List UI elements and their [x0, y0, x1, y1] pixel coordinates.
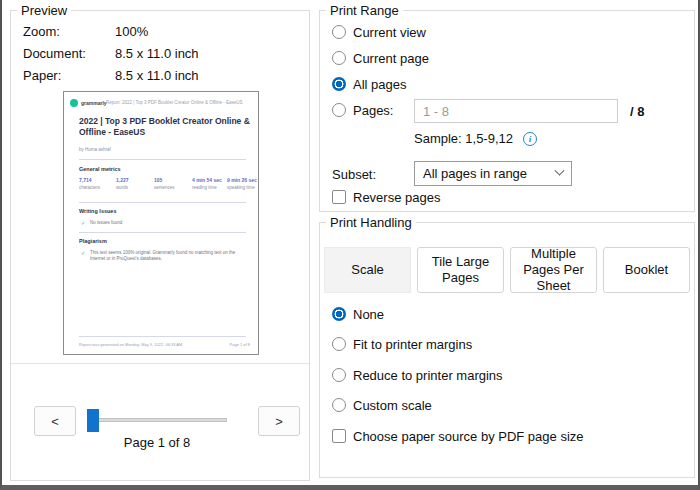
print-range-group-label: Print Range [326, 3, 403, 18]
plagiarism-item: This text seems 100% original. Grammarly… [90, 250, 240, 261]
pages-range-input[interactable] [414, 99, 618, 123]
tab-tile-large-pages[interactable]: Tile Large Pages [417, 247, 504, 293]
print-handling-tabs: Scale Tile Large Pages Multiple Pages Pe… [324, 247, 690, 293]
radio-icon [332, 368, 346, 382]
tab-booklet[interactable]: Booklet [603, 247, 690, 293]
tab-scale[interactable]: Scale [324, 247, 411, 293]
subset-dropdown[interactable]: All pages in range [414, 161, 572, 186]
subset-selected-value: All pages in range [423, 166, 556, 181]
print-handling-group: Print Handling Scale Tile Large Pages Mu… [319, 222, 695, 478]
document-value: 8.5 x 11.0 inch [115, 46, 199, 61]
radio-icon [332, 398, 346, 412]
page-slider-handle[interactable] [87, 409, 99, 432]
page-status: Page 1 of 8 [84, 435, 230, 450]
document-label: Document: [23, 46, 86, 61]
radio-pages[interactable]: Pages: [332, 102, 393, 118]
plagiarism-heading: Plagiarism [79, 238, 107, 244]
grammarly-logo-icon [70, 99, 78, 107]
report-footer-right: Page 1 of 8 [230, 342, 250, 347]
radio-fit-to-printer-margins[interactable]: Fit to printer margins [332, 336, 472, 352]
print-range-group: Print Range Current view Current page Al… [319, 10, 695, 212]
radio-reduce-to-printer-margins[interactable]: Reduce to printer margins [332, 367, 503, 383]
zoom-label: Zoom: [23, 24, 60, 39]
divider [79, 336, 246, 337]
print-handling-group-label: Print Handling [326, 215, 416, 230]
radio-icon [332, 337, 346, 351]
radio-icon [332, 25, 346, 39]
report-footer-left: Report was generated on Monday, May 9, 2… [79, 342, 182, 347]
radio-all-pages[interactable]: All pages [332, 76, 406, 92]
metric-speaking-time: 9 min 26 sec speaking time [227, 177, 259, 191]
metrics-heading: General metrics [79, 166, 121, 172]
checkbox-icon [332, 429, 346, 443]
chevron-down-icon [555, 166, 565, 176]
paper-source-checkbox[interactable]: Choose paper source by PDF page size [332, 428, 584, 444]
next-page-button[interactable]: > [258, 406, 300, 436]
radio-icon [332, 51, 346, 65]
radio-custom-scale[interactable]: Custom scale [332, 397, 432, 413]
report-title: 2022 | Top 3 PDF Booklet Creator Online … [79, 116, 251, 137]
sample-text: Sample: 1,5-9,12 [414, 131, 513, 146]
page-slider-track[interactable] [88, 418, 227, 422]
report-byline: by Huma ashraf [79, 147, 111, 152]
brand-name: grammarly [81, 100, 107, 106]
divider [79, 232, 246, 233]
radio-current-page[interactable]: Current page [332, 50, 429, 66]
preview-group-label: Preview [17, 3, 71, 18]
metric-words: 1,227 words [116, 177, 152, 191]
subset-label: Subset: [332, 167, 376, 182]
radio-icon [332, 77, 346, 91]
sample-row: Sample: 1,5-9,12 i [414, 131, 537, 146]
info-icon[interactable]: i [523, 132, 537, 146]
zoom-value: 100% [115, 24, 148, 39]
radio-scale-none[interactable]: None [332, 306, 384, 322]
paper-value: 8.5 x 11.0 inch [115, 68, 199, 83]
divider [79, 159, 246, 160]
radio-icon [332, 103, 346, 117]
paper-label: Paper: [23, 68, 61, 83]
writing-issues-item: No issues found [90, 220, 122, 226]
metric-sentences: 105 sentences [154, 177, 190, 191]
reverse-pages-checkbox[interactable]: Reverse pages [332, 189, 440, 205]
preview-separator [11, 363, 309, 364]
report-header-text: Report: 2022 | Top 3 PDF Booklet Creator… [106, 100, 243, 105]
check-icon: ✓ [81, 220, 85, 226]
pages-total-label: / 8 [630, 104, 644, 119]
radio-current-view[interactable]: Current view [332, 24, 426, 40]
preview-group: Preview Zoom: 100% Document: 8.5 x 11.0 … [10, 10, 310, 481]
divider [79, 202, 246, 203]
previous-page-button[interactable]: < [34, 406, 76, 436]
preview-page-thumbnail: grammarly Report: 2022 | Top 3 PDF Bookl… [63, 91, 259, 355]
writing-issues-heading: Writing Issues [79, 208, 117, 214]
print-dialog: Preview Zoom: 100% Document: 8.5 x 11.0 … [0, 0, 700, 490]
metric-reading-time: 4 min 54 sec reading time [192, 177, 228, 191]
checkbox-icon [332, 190, 346, 204]
radio-icon [332, 307, 346, 321]
tab-multiple-pages-per-sheet[interactable]: Multiple Pages Per Sheet [510, 247, 597, 293]
check-icon: ✓ [81, 250, 85, 256]
metric-characters: 7,714 characters [79, 177, 115, 191]
